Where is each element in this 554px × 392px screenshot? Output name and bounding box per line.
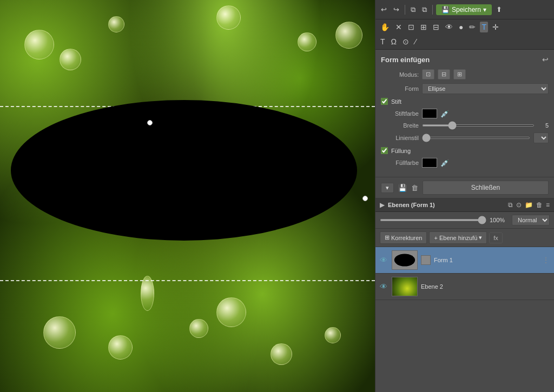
toolbar-separator-2 [432,5,433,15]
brush-tool[interactable]: ● [457,22,465,32]
mode-btn-3[interactable]: ⊞ [453,69,466,79]
fuell-eyedropper[interactable]: 💉 [440,159,449,167]
text-tool[interactable]: T [480,22,488,32]
delete-layer-btn[interactable]: 🗑 [410,183,419,193]
visibility-tool[interactable]: 👁 [444,22,454,32]
share-button[interactable]: ⬆ [494,4,504,15]
copy-button[interactable]: ⧉ [408,4,418,15]
icon-row-btns: 💾 🗑 [397,183,419,193]
mode-btn-2[interactable]: ⊟ [438,69,450,79]
layer-name-form1: Form 1 [434,257,539,263]
stift-checkbox[interactable] [381,98,388,105]
linienstil-container: — [422,132,549,143]
linienstil-row: Linienstil — [381,132,549,143]
droplet [141,276,154,311]
droplet [108,335,133,360]
circle-tool[interactable]: ⊙ [401,36,411,47]
text-tool-2[interactable]: T [379,36,387,47]
top-toolbar: ↩ ↪ ⧉ ⧉ 💾 Speichern ▾ ⬆ [375,0,554,19]
form-panel: Form einfügen ↩ Modus: ⊡ ⊟ ⊞ Form Ellips… [375,50,554,177]
droplet [189,319,208,338]
opacity-slider[interactable] [380,219,486,221]
layers-menu-icon[interactable]: ≡ [546,201,550,209]
fuell-color-swatch[interactable] [422,158,437,168]
droplet [271,343,292,365]
add-layer-label: Ebene hinzufü [439,235,477,241]
breite-slider[interactable] [422,124,535,127]
layer-thumb-ebene2 [392,277,418,296]
slash-tool[interactable]: ⁄ [413,36,418,47]
close-button[interactable]: Schließen [423,181,549,195]
svg-point-2 [394,254,415,267]
layers-list: 👁 Form 1 ⋮ 👁 Ebene 2 [375,247,554,392]
modus-label: Modus: [381,71,419,78]
linienstil-slider[interactable] [422,137,530,139]
linienstil-select[interactable]: — [533,132,549,143]
omega-tool[interactable]: Ω [390,36,398,47]
breite-row: Breite 5 [381,122,549,129]
undo-button[interactable]: ↩ [379,4,389,15]
redo-button[interactable]: ↪ [391,4,401,15]
stift-eyedropper[interactable]: 💉 [440,110,449,118]
save-layer-btn[interactable]: 💾 [397,183,408,193]
mode-btn-1[interactable]: ⊡ [422,69,434,79]
panel-back-button[interactable]: ↩ [542,55,549,64]
save-dropdown-arrow: ▾ [483,6,486,14]
opacity-row: 100% Normal [375,212,554,229]
droplet [335,22,362,49]
layers-folder-icon[interactable]: 📁 [525,201,533,209]
form-row: Form Ellipse [381,83,549,94]
right-panel: ↩ ↪ ⧉ ⧉ 💾 Speichern ▾ ⬆ ✋ ✕ ⊡ ⊞ ⊟ 👁 ● ✏ … [375,0,554,392]
layer-thumb-form1 [392,250,418,270]
visibility-icon-ebene2[interactable]: 👁 [380,282,388,291]
toolbar-separator [405,5,405,15]
layer-item-form1[interactable]: 👁 Form 1 ⋮ [375,247,554,274]
form-select[interactable]: Ellipse [422,83,549,94]
fuellung-checkbox[interactable] [381,147,388,154]
control-point-right[interactable] [362,196,368,201]
control-point-top[interactable] [147,120,153,125]
korrekturen-label: Korrekturen [391,235,422,241]
droplet [24,30,54,59]
layers-delete-icon[interactable]: 🗑 [536,201,543,209]
breite-label: Breite [381,122,419,129]
fx-button[interactable]: fx [489,232,503,243]
stift-color-swatch[interactable] [422,109,437,118]
dropdown-btn[interactable]: ▾ [381,183,394,193]
layers-copy-icon[interactable]: ⧉ [508,201,513,209]
add-layer-button[interactable]: + Ebene hinzufü ▾ [429,231,487,244]
opacity-value: 100% [490,217,509,223]
save-icon: 💾 [441,6,450,14]
form-label: Form [381,85,419,92]
lasso-tool[interactable]: ⊞ [419,22,428,32]
layer-item-ebene2[interactable]: 👁 Ebene 2 [375,274,554,300]
droplet [325,327,341,343]
blend-mode-select[interactable]: Normal [512,215,550,225]
panel-title-text: Form einfügen [381,56,430,64]
korrekturen-button[interactable]: ⊞ Korrekturen [380,231,427,244]
hand-tool[interactable]: ✋ [379,22,391,32]
panel-title: Form einfügen ↩ [381,55,549,64]
select-tool[interactable]: ⊡ [406,22,416,32]
breite-slider-container: 5 [422,122,549,129]
icon-tools: ✋ ✕ ⊡ ⊞ ⊟ 👁 ● ✏ T ✛ T Ω ⊙ ⁄ [375,19,554,50]
canvas-area [0,0,375,392]
pencil-tool[interactable]: ✏ [467,22,477,32]
layer-options-form1[interactable]: ⋮ [542,256,550,264]
layers-collapse-arrow[interactable]: ▶ [380,201,385,209]
stift-row: Stift [381,98,549,105]
paste-button[interactable]: ⧉ [420,4,429,15]
layers-header: ▶ Ebenen (Form 1) ⧉ ⊙ 📁 🗑 ≡ [375,198,554,212]
droplet [216,5,241,30]
move-tool[interactable]: ✕ [394,22,404,32]
layers-title: Ebenen (Form 1) [388,202,505,208]
transform-tool[interactable]: ✛ [491,22,500,32]
layers-mask-icon[interactable]: ⊙ [516,201,522,209]
visibility-icon-form1[interactable]: 👁 [380,256,388,264]
breite-value: 5 [538,122,549,129]
save-label: Speichern [452,6,481,14]
fuellfarbe-row: Füllfarbe 💉 [381,158,549,168]
layer-mask-form1 [421,255,431,265]
crop-tool[interactable]: ⊟ [431,22,441,32]
save-button[interactable]: 💾 Speichern ▾ [436,4,492,15]
